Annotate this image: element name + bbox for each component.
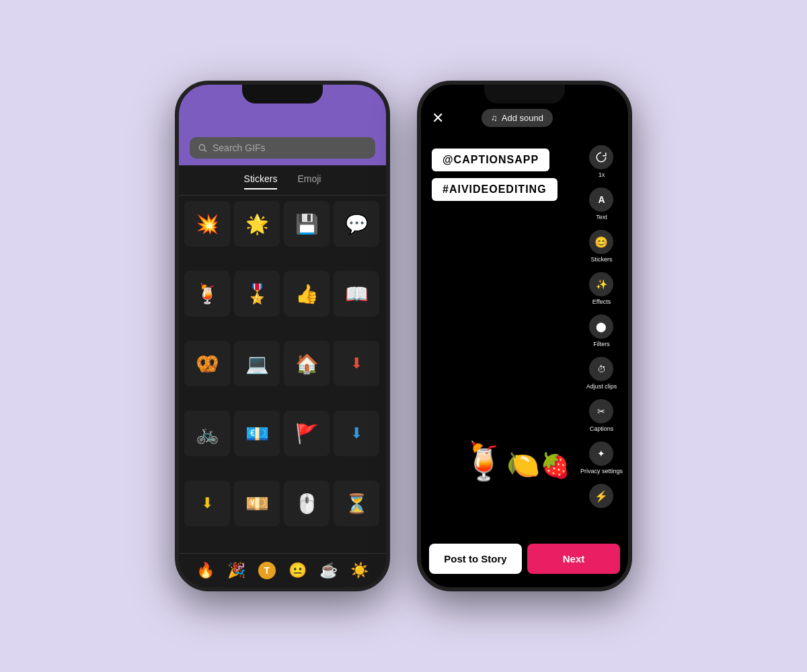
sticker-9[interactable]: 🥨	[184, 341, 230, 386]
sticker-overlay[interactable]: 🍹🍋🍓	[461, 437, 570, 483]
sticker-1[interactable]: 💥	[184, 201, 230, 247]
svg-line-1	[204, 150, 206, 152]
emoji-bar-t[interactable]: T	[258, 562, 276, 579]
tab-stickers[interactable]: Stickers	[244, 173, 278, 190]
emoji-bar-fire[interactable]: 🔥	[196, 562, 215, 579]
sticker-8[interactable]: 📖	[334, 271, 379, 317]
search-placeholder: Search GIFs	[213, 142, 266, 153]
sticker-11[interactable]: 🏠	[284, 341, 330, 386]
tabs-row: Stickers Emoji	[179, 165, 386, 196]
music-icon: ♫	[491, 113, 498, 123]
svg-point-0	[199, 144, 204, 150]
close-button[interactable]: ✕	[432, 110, 444, 127]
next-button[interactable]: Next	[527, 544, 620, 574]
sticker-15[interactable]: 🚩	[284, 411, 330, 456]
search-bar[interactable]: Search GIFs	[190, 137, 375, 159]
sticker-17[interactable]: ⬇	[184, 480, 230, 526]
emoji-bar-neutral[interactable]: 😐	[289, 562, 307, 579]
add-sound-label: Add sound	[502, 113, 543, 123]
add-sound-button[interactable]: ♫ Add sound	[482, 109, 553, 127]
top-bar: Search GIFs	[179, 85, 386, 165]
sticker-3[interactable]: 💾	[284, 201, 330, 247]
sticker-10[interactable]: 💻	[234, 341, 280, 386]
stickers-grid: 💥 🌟 💾 💬 🍹 🎖️ 👍 📖 🥨 💻 🏠 ⬇ 🚲 💶 🚩 ⬇	[179, 196, 386, 553]
sticker-19[interactable]: 🖱️	[284, 480, 330, 526]
video-header: ✕ ♫ Add sound	[421, 85, 628, 135]
sticker-16[interactable]: ⬇	[334, 411, 379, 456]
sticker-13[interactable]: 🚲	[184, 411, 230, 456]
sticker-4[interactable]: 💬	[334, 201, 379, 247]
tab-emoji[interactable]: Emoji	[297, 173, 321, 190]
sticker-5[interactable]: 🍹	[184, 271, 230, 317]
caption-tag-2[interactable]: #AIVIDEOEDITING	[432, 178, 558, 201]
sticker-18[interactable]: 💴	[234, 480, 280, 526]
sticker-14[interactable]: 💶	[234, 411, 280, 456]
video-content: @CAPTIONSAPP #AIVIDEOEDITING 🍹🍋🍓	[421, 135, 628, 537]
emoji-bar-coffee[interactable]: ☕	[319, 562, 338, 579]
bottom-buttons: Post to Story Next	[421, 537, 628, 587]
caption-tag-1[interactable]: @CAPTIONSAPP	[432, 149, 549, 171]
post-story-button[interactable]: Post to Story	[429, 544, 522, 574]
search-icon	[198, 143, 207, 153]
emoji-bar-party[interactable]: 🎉	[227, 562, 245, 579]
sticker-12[interactable]: ⬇	[334, 341, 379, 386]
right-phone-screen: ✕ ♫ Add sound 1x	[421, 85, 628, 587]
sticker-2[interactable]: 🌟	[234, 201, 280, 247]
sticker-7[interactable]: 👍	[284, 271, 330, 317]
sticker-6[interactable]: 🎖️	[234, 271, 280, 317]
sticker-20[interactable]: ⏳	[334, 480, 379, 526]
emoji-bar-sun[interactable]: ☀️	[350, 562, 369, 579]
phones-container: Search GIFs Stickers Emoji 💥 🌟 💾 💬 🍹 🎖️ …	[175, 81, 632, 591]
right-phone: ✕ ♫ Add sound 1x	[417, 81, 632, 591]
left-phone-screen: Search GIFs Stickers Emoji 💥 🌟 💾 💬 🍹 🎖️ …	[179, 85, 386, 587]
emoji-bar: 🔥 🎉 T 😐 ☕ ☀️	[179, 553, 386, 587]
left-phone: Search GIFs Stickers Emoji 💥 🌟 💾 💬 🍹 🎖️ …	[175, 81, 390, 591]
